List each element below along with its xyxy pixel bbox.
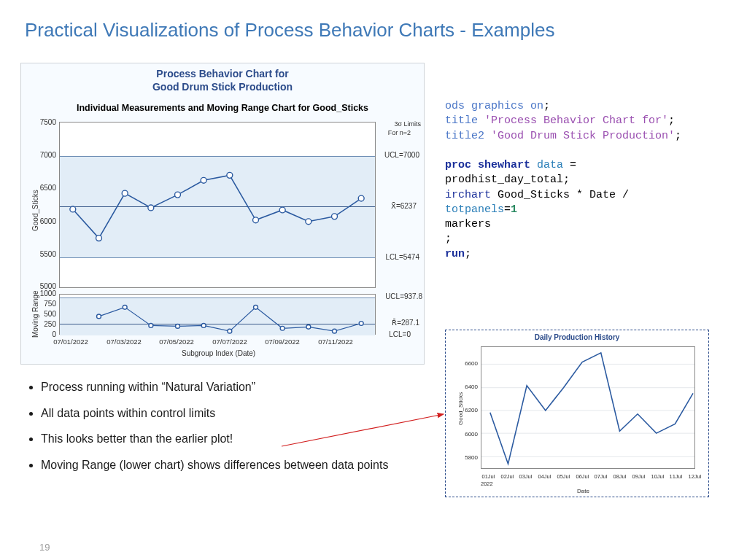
- x-tick: 07/07/2022: [208, 338, 252, 346]
- mini-x-tick: 07Jul: [592, 473, 610, 480]
- mini-plot-area: [481, 346, 695, 469]
- bullet-list: Process running within “Natural Variatio…: [26, 379, 435, 483]
- chart-title-2: Good Drum Stick Production: [21, 81, 424, 93]
- mr-ucl: UCL=937.8: [385, 292, 422, 300]
- svg-point-17: [228, 329, 232, 333]
- moving-range-plot: [59, 294, 376, 335]
- mini-y-tick: 6000: [459, 431, 478, 438]
- mini-x-tick: 02Jul: [498, 473, 516, 480]
- center-label: X̄=6237: [391, 202, 417, 210]
- svg-point-12: [97, 314, 101, 319]
- mini-x-tick: 11Jul: [667, 473, 685, 480]
- svg-point-13: [123, 305, 127, 309]
- svg-point-11: [358, 195, 364, 201]
- x-tick: 07/05/2022: [155, 338, 198, 346]
- sas-code: ods graphics on; title 'Process Behavior…: [445, 99, 737, 262]
- ucl-label: UCL=7000: [384, 151, 419, 159]
- svg-point-8: [279, 207, 285, 213]
- svg-point-14: [149, 324, 153, 328]
- mr-series: [60, 295, 375, 334]
- svg-point-6: [227, 172, 233, 178]
- chart-subtitle: Individual Measurements and Moving Range…: [21, 103, 424, 113]
- svg-point-1: [96, 236, 102, 241]
- mini-year: 2022: [481, 481, 493, 487]
- mr-center: R̄=287.1: [392, 319, 419, 327]
- mini-x-tick: 10Jul: [649, 473, 667, 480]
- bullet-item: Process running within “Natural Variatio…: [41, 379, 435, 395]
- svg-point-7: [253, 217, 259, 223]
- shewhart-chart: Process Behavior Chart for Good Drum Sti…: [20, 63, 425, 365]
- y-tick: 7000: [34, 151, 56, 159]
- x-tick: 07/11/2022: [314, 338, 357, 346]
- svg-point-21: [333, 329, 337, 333]
- y-tick: 5500: [34, 250, 56, 258]
- bullet-item: Moving Range (lower chart) shows differe…: [41, 457, 435, 473]
- x-tick: 07/09/2022: [260, 338, 304, 346]
- mini-x-tick: 09Jul: [630, 473, 648, 480]
- svg-point-22: [359, 322, 363, 326]
- mini-x-tick: 06Jul: [573, 473, 592, 480]
- mr-lcl: LCL=0: [389, 330, 411, 338]
- slide-number: 19: [39, 542, 50, 553]
- mini-x-title: Date: [577, 488, 589, 494]
- mini-y-tick: 5800: [459, 454, 478, 461]
- svg-point-10: [332, 214, 338, 219]
- svg-point-3: [148, 205, 154, 211]
- mini-y-title: Good_Sticks: [457, 392, 464, 425]
- svg-point-16: [201, 324, 206, 328]
- svg-point-19: [280, 326, 285, 330]
- page-title: Practical Visualizations of Process Beha…: [25, 19, 554, 42]
- y-axis-title: Good_Sticks: [31, 190, 39, 231]
- individuals-series: [60, 122, 375, 287]
- mini-x-tick: 05Jul: [554, 473, 573, 480]
- bullet-item: All data points within control limits: [41, 405, 435, 421]
- svg-point-4: [175, 192, 181, 198]
- chart-title-1: Process Behavior Chart for: [21, 68, 424, 79]
- mini-x-tick: 08Jul: [611, 473, 629, 480]
- svg-point-0: [70, 206, 76, 212]
- svg-point-18: [254, 305, 258, 309]
- svg-point-20: [306, 324, 311, 329]
- bullet-item: This looks better than the earlier plot!: [41, 431, 435, 447]
- svg-point-5: [201, 177, 206, 183]
- mini-y-tick: 6400: [459, 384, 478, 390]
- individuals-plot: [59, 122, 376, 288]
- sigma-note: 3σ Limits: [394, 120, 421, 128]
- mini-x-tick: 03Jul: [516, 473, 535, 480]
- svg-point-9: [306, 219, 311, 225]
- y-tick: 7500: [34, 118, 56, 126]
- svg-point-15: [176, 324, 180, 329]
- mr-axis-title: Moving Range: [31, 291, 39, 338]
- mini-series: [481, 347, 694, 468]
- mini-x-tick: 12Jul: [686, 473, 704, 480]
- mini-x-tick: 04Jul: [535, 473, 554, 480]
- svg-point-2: [122, 190, 128, 196]
- mini-y-tick: 6600: [459, 360, 478, 367]
- lcl-label: LCL=5474: [386, 253, 419, 261]
- sigma-note2: For n=2: [388, 129, 411, 136]
- mini-x-tick: 01Jul: [479, 473, 498, 480]
- x-tick: 07/03/2022: [102, 338, 146, 346]
- x-axis-title: Subgroup Index (Date): [182, 349, 255, 357]
- mini-chart: Daily Production History 5800 6000 6200 …: [445, 330, 709, 497]
- mini-chart-title: Daily Production History: [446, 333, 708, 341]
- x-tick: 07/01/2022: [49, 338, 93, 346]
